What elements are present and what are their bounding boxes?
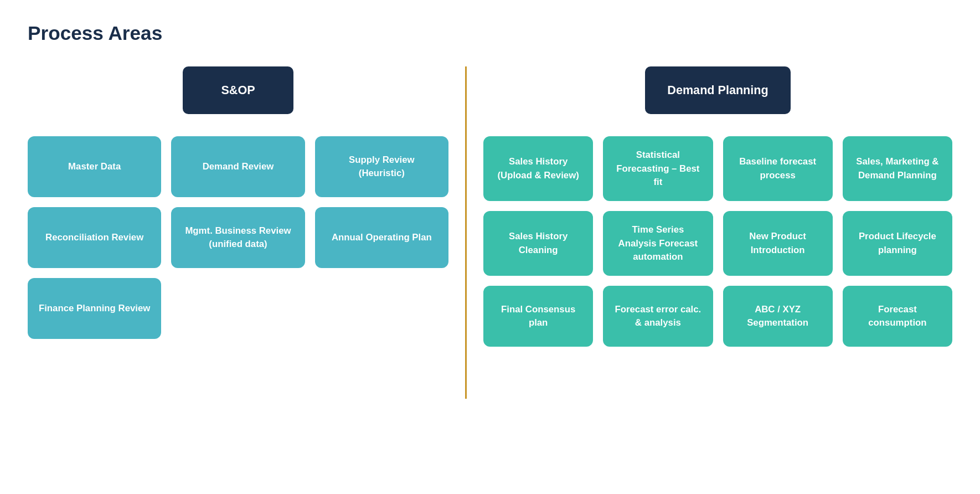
list-item: ABC / XYZ Segmentation — [723, 286, 833, 347]
list-item: New Product Introduction — [723, 211, 833, 276]
list-item: Statistical Forecasting – Best fit — [603, 136, 713, 201]
list-item: Master Data — [28, 136, 161, 197]
list-item: Demand Review — [171, 136, 305, 197]
list-item: Baseline forecast process — [723, 136, 833, 201]
list-item: Forecast error calc. & analysis — [603, 286, 713, 347]
demand-planning-section: Demand Planning Sales History (Upload & … — [483, 66, 952, 347]
sop-row-2: Reconciliation Review Mgmt. Business Rev… — [28, 207, 448, 268]
dp-row-1: Sales History (Upload & Review) Statisti… — [483, 136, 952, 201]
list-item: Product Lifecycle planning — [843, 211, 952, 276]
list-item: Finance Planning Review — [28, 278, 161, 339]
main-layout: S&OP Master Data Demand Review Supply Re… — [28, 66, 952, 399]
page-title: Process Areas — [28, 22, 952, 44]
sop-row-3: Finance Planning Review — [28, 278, 448, 339]
dp-row-2: Sales History Cleaning Time Series Analy… — [483, 211, 952, 276]
list-item: Sales History Cleaning — [483, 211, 593, 276]
list-item: Reconciliation Review — [28, 207, 161, 268]
list-item: Forecast consumption — [843, 286, 952, 347]
list-item: Sales, Marketing & Demand Planning — [843, 136, 952, 201]
sop-section: S&OP Master Data Demand Review Supply Re… — [28, 66, 448, 339]
list-item: Sales History (Upload & Review) — [483, 136, 593, 201]
list-item: Supply Review (Heuristic) — [315, 136, 448, 197]
sop-header-card: S&OP — [183, 66, 293, 114]
dp-row-3: Final Consensus plan Forecast error calc… — [483, 286, 952, 347]
list-item: Final Consensus plan — [483, 286, 593, 347]
demand-planning-header-card: Demand Planning — [645, 66, 790, 114]
list-item: Time Series Analysis Forecast automation — [603, 211, 713, 276]
section-divider — [465, 66, 467, 399]
list-item: Annual Operating Plan — [315, 207, 448, 268]
sop-row-1: Master Data Demand Review Supply Review … — [28, 136, 448, 197]
list-item: Mgmt. Business Review (unified data) — [171, 207, 305, 268]
